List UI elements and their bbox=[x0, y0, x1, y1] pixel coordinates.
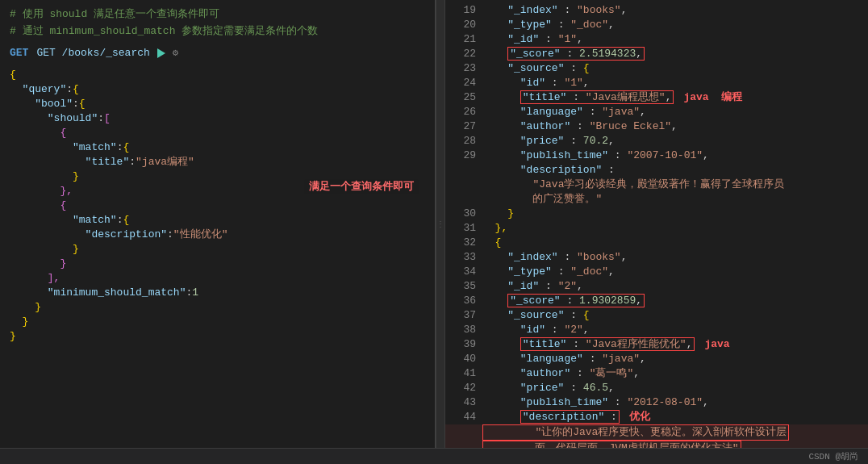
result-line: "Java学习必读经典，殿堂级著作！赢得了全球程序员 bbox=[445, 178, 868, 192]
settings-icon[interactable]: ⚙ bbox=[173, 47, 178, 59]
result-line: 40 "language" : "java", bbox=[445, 352, 868, 366]
line-content: "language" : "java", bbox=[482, 105, 646, 119]
code-line: "description": "性能优化" bbox=[10, 228, 435, 242]
line-content: "language" : "java", bbox=[482, 352, 646, 366]
line-content: "publish_time" : "2007-10-01", bbox=[482, 148, 709, 163]
result-line: 25 "title" : "Java编程思想", java 编程 bbox=[445, 90, 868, 105]
result-line: 43 "publish_time" : "2012-08-01", bbox=[445, 395, 868, 410]
line-content: }, bbox=[482, 221, 507, 236]
result-line: 27 "author" : "Bruce Eckel", bbox=[445, 119, 868, 134]
result-line: 44 "description" : 优化 bbox=[445, 410, 868, 424]
result-line: 42 "price" : 46.5, bbox=[445, 381, 868, 395]
line-number: 44 bbox=[452, 410, 476, 424]
line-number: 34 bbox=[452, 265, 476, 279]
annotation-java: java bbox=[704, 337, 729, 352]
code-line: "title": "java编程" bbox=[10, 155, 435, 169]
result-line: 28 "price" : 70.2, bbox=[445, 134, 868, 148]
code-line: "minimum_should_match": 1 bbox=[10, 286, 435, 300]
code-line: "bool": { bbox=[10, 97, 435, 111]
line-number: 24 bbox=[452, 76, 476, 90]
line-number: 42 bbox=[452, 381, 476, 395]
comment-line-2: # 通过 minimum_should_match 参数指定需要满足条件的个数 bbox=[10, 23, 425, 40]
result-line: 39 "title" : "Java程序性能优化", java bbox=[445, 337, 868, 352]
line-content: "_index" : "books", bbox=[482, 250, 627, 265]
line-content: "id" : "1", bbox=[482, 76, 590, 90]
comment-section: # 使用 should 满足任意一个查询条件即可 # 通过 minimum_sh… bbox=[0, 0, 435, 44]
line-number: 40 bbox=[452, 352, 476, 366]
divider-icon: ⋮ bbox=[436, 219, 444, 229]
result-line: "让你的Java程序更快、更稳定。深入剖析软件设计层 bbox=[445, 424, 868, 441]
line-content: "Java学习必读经典，殿堂级著作！赢得了全球程序员 bbox=[482, 178, 784, 192]
code-line: } bbox=[10, 257, 435, 271]
line-content: "price" : 70.2, bbox=[482, 134, 615, 148]
result-line: 33 "_index" : "books", bbox=[445, 250, 868, 265]
line-number: 21 bbox=[452, 32, 476, 47]
annotation-bubble: 满足一个查询条件即可 bbox=[304, 179, 419, 194]
line-number: 38 bbox=[452, 323, 476, 337]
line-content: "让你的Java程序更快、更稳定。深入剖析软件设计层 bbox=[482, 424, 789, 441]
code-line: "should": [ bbox=[10, 111, 435, 126]
line-content: "_source" : { bbox=[482, 308, 590, 323]
line-content: "price" : 46.5, bbox=[482, 381, 615, 395]
result-line: 41 "author" : "葛一鸣", bbox=[445, 366, 868, 381]
annotation-optimize: 优化 bbox=[629, 410, 650, 424]
line-number: 20 bbox=[452, 18, 476, 32]
line-number: 28 bbox=[452, 134, 476, 148]
run-button[interactable] bbox=[155, 47, 168, 60]
line-number: 29 bbox=[452, 148, 476, 163]
line-content: "_source" : { bbox=[482, 61, 590, 76]
line-content: "_index" : "books", bbox=[482, 3, 627, 18]
line-content: "_id" : "1", bbox=[482, 32, 583, 47]
code-line: } bbox=[10, 329, 435, 344]
code-area: { "query": { "bool": { "should": [ { "ma… bbox=[0, 65, 435, 448]
result-line: 23 "_source" : { bbox=[445, 61, 868, 76]
code-line: { bbox=[10, 199, 435, 213]
line-number: 26 bbox=[452, 105, 476, 119]
code-line: { bbox=[10, 68, 435, 82]
code-line: { bbox=[10, 126, 435, 140]
line-number: 41 bbox=[452, 366, 476, 381]
line-content: "_type" : "_doc", bbox=[482, 18, 615, 32]
result-line: 37 "_source" : { bbox=[445, 308, 868, 323]
code-line: "match": { bbox=[10, 213, 435, 228]
line-number: 37 bbox=[452, 308, 476, 323]
line-number: 27 bbox=[452, 119, 476, 134]
line-number: 19 bbox=[452, 3, 476, 18]
line-number: 35 bbox=[452, 279, 476, 294]
line-content: 面、代码层面、JVM虚拟机层面的优化方法" bbox=[482, 441, 741, 448]
line-number: 31 bbox=[452, 221, 476, 236]
result-line: 的广泛赞誉。" bbox=[445, 192, 868, 207]
footer-bar: CSDN @胡尚 bbox=[0, 448, 868, 464]
result-line: 31 }, bbox=[445, 221, 868, 236]
line-content: "_type" : "_doc", bbox=[482, 265, 615, 279]
result-line: 34 "_type" : "_doc", bbox=[445, 265, 868, 279]
line-number: 39 bbox=[452, 337, 476, 352]
line-content: "description" : bbox=[482, 163, 615, 178]
line-number: 30 bbox=[452, 207, 476, 221]
result-area[interactable]: 19 "_index" : "books", 20 "_type" : "_do… bbox=[445, 0, 868, 448]
result-line: 30 } bbox=[445, 207, 868, 221]
result-line: 22 "_score" : 2.5194323, bbox=[445, 47, 868, 61]
code-line: } bbox=[10, 300, 435, 315]
right-panel: 19 "_index" : "books", 20 "_type" : "_do… bbox=[445, 0, 868, 448]
run-icon bbox=[157, 48, 165, 58]
line-content: "_score" : 1.9302859, bbox=[482, 294, 645, 308]
line-content: "id" : "2", bbox=[482, 323, 590, 337]
result-line: 32 { bbox=[445, 236, 868, 250]
line-content: { bbox=[482, 236, 501, 250]
result-line: 35 "_id" : "2", bbox=[445, 279, 868, 294]
code-line: } bbox=[10, 242, 435, 257]
line-content: "title" : "Java编程思想", bbox=[482, 90, 674, 105]
result-line: 面、代码层面、JVM虚拟机层面的优化方法" bbox=[445, 441, 868, 448]
line-number: 25 bbox=[452, 90, 476, 105]
annotation-java-programming: java 编程 bbox=[683, 90, 742, 105]
get-path: GET /books/_search bbox=[36, 47, 149, 59]
line-number: 33 bbox=[452, 250, 476, 265]
get-line: GET GET /books/_search ⚙ bbox=[0, 44, 435, 65]
get-keyword: GET bbox=[10, 47, 28, 59]
panel-divider[interactable]: ⋮ bbox=[436, 0, 445, 448]
code-line: "query": { bbox=[10, 82, 435, 97]
line-content: "description" : bbox=[482, 410, 620, 424]
result-line: 24 "id" : "1", bbox=[445, 76, 868, 90]
result-line: 29 "publish_time" : "2007-10-01", bbox=[445, 148, 868, 163]
